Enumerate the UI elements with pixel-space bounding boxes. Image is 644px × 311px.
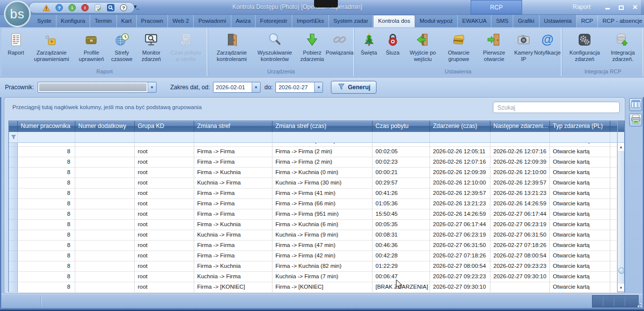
table-cell[interactable]: root	[135, 272, 194, 282]
tab-sms[interactable]: SMS	[491, 15, 513, 27]
scrollbar-track[interactable]	[618, 151, 624, 284]
table-row[interactable]: 8rootFirma -> FirmaFirma -> Firma (2 min…	[9, 157, 617, 168]
tab-termin[interactable]: Termin	[90, 15, 117, 27]
table-cell[interactable]: root	[135, 251, 194, 261]
close-button[interactable]: ✕	[631, 3, 639, 10]
table-cell[interactable]	[75, 261, 135, 272]
help-outline-icon[interactable]: ?	[119, 4, 127, 12]
table-cell[interactable]: Firma -> Firma (56 min)	[272, 143, 373, 147]
table-cell[interactable]: Firma -> Firma	[194, 157, 272, 168]
table-cell[interactable]: 00:41:26	[373, 188, 430, 199]
table-cell[interactable]: Otwarcie kartą	[550, 209, 610, 220]
zarz-dzanie-uprawnieniami-button[interactable]: Zarządzanie uprawnieniami	[28, 30, 75, 63]
table-cell[interactable]: Otwarcie kartą	[550, 272, 610, 282]
column-header-czas-pobytu[interactable]: Czas pobytu	[373, 121, 430, 132]
monitor-zdarze-button[interactable]: Monitor zdarzeń	[136, 30, 166, 63]
tab-rcp-absencje[interactable]: RCP - absencje	[598, 15, 644, 27]
tab-ustawienia[interactable]: Ustawienia	[539, 15, 577, 27]
table-cell[interactable]	[75, 168, 135, 178]
table-cell[interactable]: Kuchnia -> Firma	[194, 230, 272, 241]
filter-cell[interactable]	[610, 132, 617, 143]
table-row[interactable]: 8rootFirma -> FirmaFirma -> Firma (56 mi…	[9, 143, 617, 147]
raport-button[interactable]: Raport	[4, 30, 28, 57]
table-cell[interactable]: 8	[18, 241, 75, 251]
table-cell[interactable]: root	[135, 220, 194, 230]
integracja-zdarze-button[interactable]: Integracja zdarzeń.	[604, 30, 641, 63]
table-cell[interactable]: Otwarcie kartą	[550, 220, 610, 230]
table-cell[interactable]: Kuchnia -> Firma (9 min)	[272, 230, 373, 241]
table-cell[interactable]: Otwarcie kartą	[550, 199, 610, 209]
zarz-dzanie-kontrolerami-button[interactable]: Zarządzanie kontrolerami	[211, 30, 253, 63]
table-cell[interactable]: 2026-02-27 07:18:26	[430, 251, 490, 261]
table-cell[interactable]	[75, 241, 135, 251]
chevron-down-icon[interactable]: ▼	[148, 82, 156, 92]
table-cell[interactable]: root	[135, 157, 194, 168]
table-row[interactable]: 8rootFirma -> FirmaFirma -> Firma (47 mi…	[9, 241, 617, 251]
scroll-down-icon[interactable]: ▼	[618, 284, 624, 292]
table-cell[interactable]: Firma -> Firma	[194, 209, 272, 220]
table-cell[interactable]: 2026-02-27 06:23:19	[430, 230, 490, 241]
table-cell[interactable]	[75, 188, 135, 199]
table-cell[interactable]: Firma -> Firma	[194, 251, 272, 261]
table-row[interactable]: 8rootKuchnia -> FirmaKuchnia -> Firma (9…	[9, 230, 617, 241]
table-row[interactable]: 8rootFirma -> KuchniaFirma -> Kuchnia (0…	[9, 168, 617, 178]
table-cell[interactable]: 00:02:05	[373, 147, 430, 157]
table-row[interactable]: 8rootKuchnia -> FirmaKuchnia -> Firma (7…	[9, 272, 617, 282]
table-cell[interactable]: 2026-02-26 12:09:39	[430, 168, 490, 178]
table-cell[interactable]	[75, 143, 135, 147]
table-cell[interactable]: Firma -> [KONIEC]	[272, 282, 373, 293]
qat-customize-icon[interactable]: ▼̲	[133, 4, 138, 9]
column-header-zdarzenie-czas[interactable]: Zdarzenie (czas)	[430, 121, 490, 132]
tab-modu-wypo[interactable]: Moduł wypoż	[415, 15, 458, 27]
column-header-typ-zdarzenia-pl[interactable]: Typ zdarzenia (PL)	[550, 121, 610, 132]
table-cell[interactable]: Firma -> Kuchnia (0 min)	[272, 168, 373, 178]
table-cell[interactable]: 8	[18, 143, 75, 147]
table-cell[interactable]	[75, 230, 135, 241]
table-row[interactable]: 8rootFirma -> FirmaFirma -> Firma (42 mi…	[9, 251, 617, 261]
table-row[interactable]: 8rootFirma -> KuchniaFirma -> Kuchnia (6…	[9, 220, 617, 230]
table-cell[interactable]: Firma -> Firma (2 min)	[272, 147, 373, 157]
table-cell[interactable]: root	[135, 147, 194, 157]
table-cell[interactable]: Kuchnia -> Firma (30 min)	[272, 178, 373, 188]
wyszukiwanie-kontroler-w-button[interactable]: Wyszukiwanie kontrolerów	[253, 30, 296, 63]
tab-web-2[interactable]: Web 2	[168, 15, 194, 27]
tab-grafiki[interactable]: Grafiki	[513, 15, 539, 27]
table-cell[interactable]: root	[135, 230, 194, 241]
table-cell[interactable]: 00:56:26	[373, 143, 430, 147]
tab-pracown[interactable]: Pracown	[137, 15, 168, 27]
profile-uprawnie-button[interactable]: Profile uprawnień	[75, 30, 107, 63]
scrollbar-thumb[interactable]	[618, 267, 625, 274]
table-cell[interactable]: 8	[18, 220, 75, 230]
vertical-scrollbar[interactable]: ▲ ▼	[617, 121, 624, 292]
table-cell[interactable]: Otwarcie kartą	[550, 143, 610, 147]
table-cell[interactable]: 2026-02-26 12:07:16	[490, 147, 550, 157]
table-cell[interactable]: root	[135, 199, 194, 209]
table-cell[interactable]: 00:05:35	[373, 220, 430, 230]
table-cell[interactable]: 8	[18, 168, 75, 178]
powi-zania-button[interactable]: Powiązania	[328, 30, 352, 57]
table-cell[interactable]: 8	[18, 199, 75, 209]
table-cell[interactable]	[75, 157, 135, 168]
tab-rcp[interactable]: RCP	[577, 15, 598, 27]
table-cell[interactable]	[75, 199, 135, 209]
table-cell[interactable]: Firma -> Kuchnia (6 min)	[272, 220, 373, 230]
table-cell[interactable]	[75, 272, 135, 282]
table-cell[interactable]: 2026-02-27 06:31:50	[490, 230, 550, 241]
table-cell[interactable]: 00:42:28	[373, 251, 430, 261]
table-cell[interactable]	[75, 147, 135, 157]
table-cell[interactable]: 2026-02-26 12:39:57	[430, 188, 490, 199]
table-cell[interactable]: 8	[18, 157, 75, 168]
table-cell[interactable]: 2026-02-26 12:09:39	[490, 157, 550, 168]
table-cell[interactable]: 2026-02-26 12:07:16	[430, 157, 490, 168]
wyj-cie-po-wej-ciu-button[interactable]: Wyjście po wejściu	[405, 30, 441, 63]
table-cell[interactable]	[75, 178, 135, 188]
table-row[interactable]: 8rootFirma -> FirmaFirma -> Firma (951 m…	[9, 209, 617, 220]
table-cell[interactable]: Firma -> Firma	[194, 241, 272, 251]
column-header-grupa-kd[interactable]: Grupa KD	[135, 121, 194, 132]
table-row[interactable]: 8rootFirma -> KuchniaFirma -> Kuchnia (8…	[9, 261, 617, 272]
table-cell[interactable]: root	[135, 143, 194, 147]
table-cell[interactable]	[75, 282, 135, 293]
warning-icon[interactable]	[42, 4, 50, 12]
table-cell[interactable]: Firma -> Kuchnia	[194, 261, 272, 272]
search-input[interactable]	[493, 102, 620, 113]
